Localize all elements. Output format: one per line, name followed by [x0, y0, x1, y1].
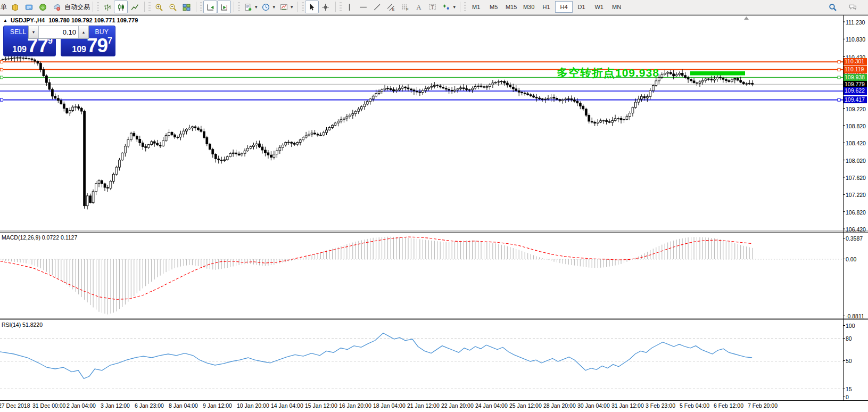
periods-button[interactable] — [259, 1, 273, 13]
timeframe-w1-button[interactable]: W1 — [590, 1, 608, 13]
rsi-axis-tick: 80 — [846, 335, 852, 342]
vertical-line-button[interactable] — [343, 1, 357, 13]
zoom-in-button[interactable] — [152, 1, 166, 13]
toolbar-grip — [97, 2, 99, 12]
chat-icon — [849, 3, 857, 11]
toolbar-grip — [464, 2, 466, 12]
news-icon — [25, 3, 33, 11]
dropdown-arrow-icon[interactable]: ▾ — [255, 4, 258, 10]
templates-button[interactable] — [277, 1, 291, 13]
bar-chart-button[interactable] — [100, 1, 114, 13]
price-axis-tick: 108.420 — [846, 140, 866, 146]
equidistant-channel-button[interactable]: E — [384, 1, 398, 13]
shift-icon — [220, 3, 228, 11]
text-button[interactable]: A — [412, 1, 426, 13]
volume-input[interactable] — [39, 26, 78, 38]
time-axis-label: 31 Jan 12:00 — [611, 402, 644, 409]
arrows-button[interactable] — [440, 1, 453, 13]
timeframe-m5-button[interactable]: M5 — [485, 1, 502, 13]
time-axis-label: 8 Jan 04:00 — [169, 402, 198, 409]
signals-button[interactable] — [36, 1, 49, 13]
market-news-button[interactable] — [22, 1, 36, 13]
one-click-trading-panel: SELL 109779 ▼ ▲ BUY 109797 — [3, 26, 115, 56]
svg-text:A: A — [416, 4, 421, 11]
trendline-icon — [373, 3, 381, 11]
timeframe-m1-button[interactable]: M1 — [467, 1, 485, 13]
svg-text:T: T — [431, 4, 434, 10]
time-axis-label: 31 Dec 00:00 — [32, 402, 65, 409]
level-price-label: 109.417 — [844, 96, 867, 104]
time-axis-label: 16 Jan 20:00 — [339, 402, 371, 409]
timeframe-m15-button[interactable]: M15 — [502, 1, 520, 13]
cursor-button[interactable] — [305, 1, 319, 13]
candlestick-icon — [117, 3, 125, 11]
volume-spinner: ▼ ▲ — [28, 26, 89, 39]
zoom-out-button[interactable] — [166, 1, 179, 13]
timeframe-m30-button[interactable]: M30 — [520, 1, 538, 13]
dropdown-arrow-icon[interactable]: ▾ — [273, 4, 276, 10]
time-axis-label: 25 Jan 12:00 — [509, 402, 542, 409]
toolbar-grip — [238, 2, 240, 12]
text-label-button[interactable]: T — [426, 1, 440, 13]
arrows-icon — [442, 3, 450, 11]
autoscroll-button[interactable] — [203, 1, 217, 13]
order-menu-label[interactable]: 单 — [1, 3, 7, 12]
collapse-trade-panel-icon[interactable]: ▲ — [3, 18, 7, 23]
label-icon: T — [428, 3, 436, 11]
line-chart-button[interactable] — [128, 1, 142, 13]
toolbar-separator — [196, 2, 196, 12]
price-axis-tick: 106.820 — [846, 209, 866, 216]
time-axis-label: 10 Jan 20:00 — [237, 402, 269, 409]
chart-annotation-text[interactable]: 多空转折点109.938 — [557, 65, 659, 80]
signal-icon — [39, 3, 47, 11]
price-axis-tick: 107.220 — [846, 192, 866, 198]
level-price-label: 109.622 — [844, 87, 867, 95]
autotrade-button[interactable] — [49, 1, 63, 13]
time-axis[interactable]: 27 Dec 201831 Dec 00:002 Jan 04:003 Jan … — [0, 401, 868, 412]
time-axis-label: 22 Jan 20:00 — [441, 402, 474, 409]
price-chart[interactable] — [0, 0, 868, 412]
chart-ohlc-values: 109.780 109.792 109.771 109.779 — [48, 17, 138, 23]
timeframe-h1-button[interactable]: H1 — [538, 1, 555, 13]
new-order-button[interactable] — [8, 1, 22, 13]
fibonacci-button[interactable]: F — [398, 1, 412, 13]
level-price-label: 109.938 — [844, 74, 867, 81]
indicators-button[interactable] — [241, 1, 255, 13]
trendline-button[interactable] — [370, 1, 384, 13]
zoom-in-icon — [155, 3, 163, 11]
autotrade-label[interactable]: 自动交易 — [64, 3, 90, 12]
horizontal-line-button[interactable] — [357, 1, 370, 13]
price-axis[interactable]: 111.230110.830110.420110.020109.620109.2… — [843, 15, 868, 401]
search-button[interactable] — [825, 1, 839, 13]
dropdown-arrow-icon[interactable]: ▾ — [453, 4, 456, 10]
price-axis-tick: 107.620 — [846, 175, 866, 181]
time-axis-label: 21 Jan 12:00 — [407, 402, 440, 409]
macd-axis-tick: -0.8811 — [846, 313, 864, 319]
crosshair-button[interactable] — [319, 1, 333, 13]
hline-icon — [359, 3, 367, 11]
timeframe-d1-button[interactable]: D1 — [573, 1, 590, 13]
text-icon: A — [415, 3, 423, 11]
time-axis-label: 15 Jan 12:00 — [305, 402, 337, 409]
toolbar-separator — [234, 2, 234, 12]
candlestick-button[interactable] — [114, 1, 128, 13]
price-axis-tick: 110.830 — [846, 36, 865, 43]
community-chat-button[interactable] — [846, 1, 859, 13]
channel-icon: E — [387, 3, 395, 11]
clock-icon — [262, 3, 270, 11]
price-axis-tick: 108.020 — [846, 158, 866, 164]
chart-shift-button[interactable] — [217, 1, 231, 13]
time-axis-label: 6 Feb 12:00 — [714, 402, 743, 409]
toolbar-grip — [200, 2, 202, 12]
timeframe-h4-button[interactable]: H4 — [555, 1, 573, 13]
line-chart-icon — [131, 3, 139, 11]
dropdown-arrow-icon[interactable]: ▾ — [291, 4, 293, 10]
indicators-icon — [244, 3, 252, 11]
price-axis-tick: 106.420 — [846, 226, 866, 233]
timeframe-mn-button[interactable]: MN — [608, 1, 625, 13]
toolbar-separator — [335, 2, 336, 12]
tile-windows-button[interactable] — [179, 1, 193, 13]
volume-decrease-button[interactable]: ▼ — [29, 26, 39, 38]
crosshair-icon — [321, 3, 329, 11]
volume-increase-button[interactable]: ▲ — [78, 26, 88, 38]
